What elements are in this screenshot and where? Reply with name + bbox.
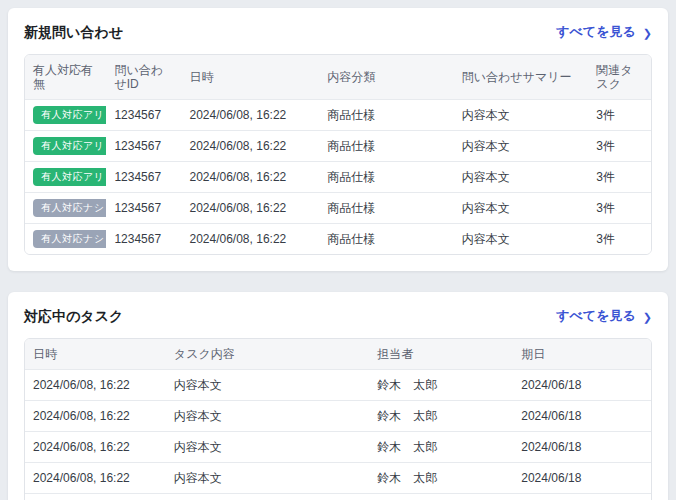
col-header-due-date: 期日 [513,339,651,369]
cell-datetime: 2024/06/08, 16:22 [181,223,319,254]
cell-datetime: 2024/06/08, 16:22 [181,192,319,223]
inquiries-table-container: 有人対応有無 問い合わせID 日時 内容分類 問い合わせサマリー 関連タスク 有… [24,54,652,255]
inquiry-table-row[interactable]: 有人対応アリ 1234567 2024/06/08, 16:22 商品仕様 内容… [25,161,651,192]
cell-category: 商品仕様 [319,130,454,161]
cell-datetime: 2024/06/08, 16:22 [25,369,166,400]
cell-summary: 内容本文 [454,130,589,161]
panel-header: 新規問い合わせ すべてを見る ❯ [24,22,652,42]
col-header-category: 内容分類 [319,55,454,99]
tasks-table-body: 2024/06/08, 16:22 内容本文 鈴木 太郎 2024/06/18 … [25,369,651,500]
tasks-header-row: 日時 タスク内容 担当者 期日 [25,339,651,369]
cell-datetime: 2024/06/08, 16:22 [181,99,319,130]
status-badge: 有人対応アリ [33,137,106,155]
cell-task-content: 内容本文 [166,493,369,500]
cell-inquiry-id: 1234567 [106,99,181,130]
cell-summary: 内容本文 [454,99,589,130]
col-header-assignee: 担当者 [369,339,513,369]
panel-new-inquiries: 新規問い合わせ すべてを見る ❯ 有人対応有無 問い合わせID 日時 内容分類 [8,8,668,271]
cell-datetime: 2024/06/08, 16:22 [181,130,319,161]
inquiry-table-row[interactable]: 有人対応アリ 1234567 2024/06/08, 16:22 商品仕様 内容… [25,130,651,161]
cell-due-date: 2024/06/18 [513,400,651,431]
cell-assignee: 鈴木 太郎 [369,400,513,431]
inquiries-table-body: 有人対応アリ 1234567 2024/06/08, 16:22 商品仕様 内容… [25,99,651,254]
tasks-table-container: 日時 タスク内容 担当者 期日 2024/06/08, 16:22 内容本文 鈴… [24,338,652,500]
inquiries-table: 有人対応有無 問い合わせID 日時 内容分類 問い合わせサマリー 関連タスク 有… [25,55,651,254]
task-table-row[interactable]: 2024/06/08, 16:22 内容本文 鈴木 太郎 2024/06/18 [25,462,651,493]
dashboard-page: 新規問い合わせ すべてを見る ❯ 有人対応有無 問い合わせID 日時 内容分類 [0,0,676,500]
col-header-task-content: タスク内容 [166,339,369,369]
cell-assignee: 鈴木 太郎 [369,493,513,500]
cell-related-tasks: 3件 [588,192,651,223]
task-table-row[interactable]: 2024/06/08, 16:22 内容本文 鈴木 太郎 2024/06/18 [25,400,651,431]
status-badge: 有人対応アリ [33,106,106,124]
col-header-related-tasks: 関連タスク [588,55,651,99]
chevron-right-icon: ❯ [643,24,652,42]
status-badge: 有人対応ナシ [33,199,106,217]
cell-due-date: 2024/06/18 [513,493,651,500]
cell-assignee: 鈴木 太郎 [369,462,513,493]
see-all-label: すべてを見る [556,307,636,325]
cell-due-date: 2024/06/18 [513,369,651,400]
cell-datetime: 2024/06/08, 16:22 [25,493,166,500]
cell-related-tasks: 3件 [588,99,651,130]
col-header-datetime: 日時 [181,55,319,99]
cell-category: 商品仕様 [319,161,454,192]
chevron-right-icon: ❯ [643,308,652,326]
cell-inquiry-id: 1234567 [106,130,181,161]
see-all-link-inquiries[interactable]: すべてを見る ❯ [556,23,652,41]
cell-task-content: 内容本文 [166,400,369,431]
cell-human-support: 有人対応ナシ [25,223,106,254]
cell-category: 商品仕様 [319,192,454,223]
cell-datetime: 2024/06/08, 16:22 [181,161,319,192]
status-badge: 有人対応ナシ [33,230,106,248]
cell-task-content: 内容本文 [166,462,369,493]
cell-task-content: 内容本文 [166,369,369,400]
cell-human-support: 有人対応アリ [25,130,106,161]
cell-human-support: 有人対応ナシ [25,192,106,223]
panel-title-new-inquiries: 新規問い合わせ [24,22,123,42]
task-table-row[interactable]: 2024/06/08, 16:22 内容本文 鈴木 太郎 2024/06/18 [25,431,651,462]
cell-datetime: 2024/06/08, 16:22 [25,400,166,431]
cell-due-date: 2024/06/18 [513,462,651,493]
task-table-row[interactable]: 2024/06/08, 16:22 内容本文 鈴木 太郎 2024/06/18 [25,369,651,400]
cell-human-support: 有人対応アリ [25,161,106,192]
inquiry-table-row[interactable]: 有人対応ナシ 1234567 2024/06/08, 16:22 商品仕様 内容… [25,223,651,254]
cell-related-tasks: 3件 [588,223,651,254]
cell-inquiry-id: 1234567 [106,161,181,192]
cell-task-content: 内容本文 [166,431,369,462]
inquiries-header-row: 有人対応有無 問い合わせID 日時 内容分類 問い合わせサマリー 関連タスク [25,55,651,99]
see-all-link-tasks[interactable]: すべてを見る ❯ [556,307,652,325]
cell-assignee: 鈴木 太郎 [369,369,513,400]
task-table-row[interactable]: 2024/06/08, 16:22 内容本文 鈴木 太郎 2024/06/18 [25,493,651,500]
cell-datetime: 2024/06/08, 16:22 [25,431,166,462]
cell-summary: 内容本文 [454,192,589,223]
cell-due-date: 2024/06/18 [513,431,651,462]
cell-related-tasks: 3件 [588,161,651,192]
cell-assignee: 鈴木 太郎 [369,431,513,462]
panel-header: 対応中のタスク すべてを見る ❯ [24,306,652,326]
cell-category: 商品仕様 [319,223,454,254]
cell-inquiry-id: 1234567 [106,192,181,223]
cell-datetime: 2024/06/08, 16:22 [25,462,166,493]
panel-active-tasks: 対応中のタスク すべてを見る ❯ 日時 タスク内容 担当者 期日 [8,292,668,500]
cell-category: 商品仕様 [319,99,454,130]
col-header-human-support: 有人対応有無 [25,55,106,99]
inquiry-table-row[interactable]: 有人対応アリ 1234567 2024/06/08, 16:22 商品仕様 内容… [25,99,651,130]
cell-related-tasks: 3件 [588,130,651,161]
status-badge: 有人対応アリ [33,168,106,186]
see-all-label: すべてを見る [556,23,636,41]
cell-summary: 内容本文 [454,223,589,254]
cell-human-support: 有人対応アリ [25,99,106,130]
cell-inquiry-id: 1234567 [106,223,181,254]
cell-summary: 内容本文 [454,161,589,192]
col-header-datetime: 日時 [25,339,166,369]
panel-title-active-tasks: 対応中のタスク [24,306,123,326]
inquiry-table-row[interactable]: 有人対応ナシ 1234567 2024/06/08, 16:22 商品仕様 内容… [25,192,651,223]
tasks-table: 日時 タスク内容 担当者 期日 2024/06/08, 16:22 内容本文 鈴… [25,339,651,500]
col-header-summary: 問い合わせサマリー [454,55,589,99]
col-header-inquiry-id: 問い合わせID [106,55,181,99]
